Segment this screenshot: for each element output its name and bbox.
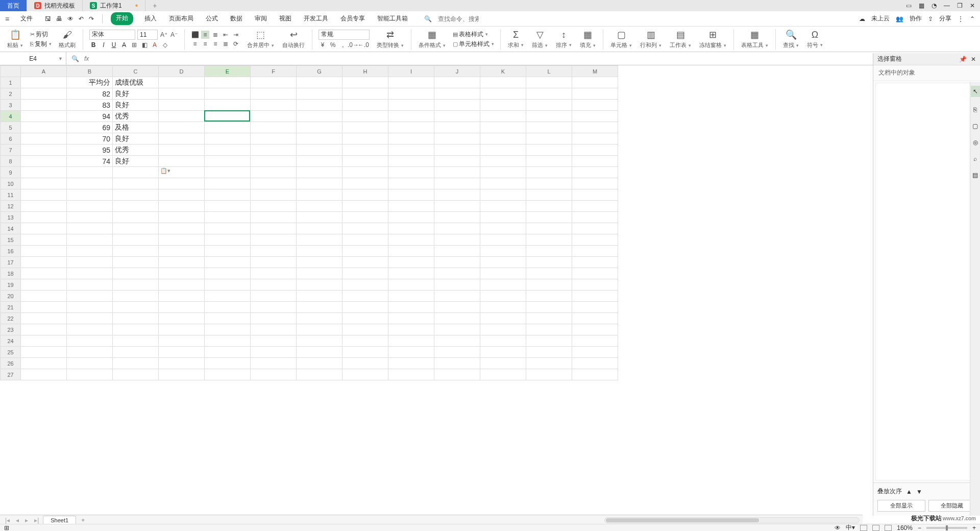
cell-C12[interactable] xyxy=(113,201,159,212)
cell-G6[interactable] xyxy=(297,133,342,144)
cell-L19[interactable] xyxy=(526,279,572,291)
cell-L2[interactable] xyxy=(526,88,572,100)
cell-A21[interactable] xyxy=(21,302,67,313)
cell-D21[interactable] xyxy=(159,302,205,313)
tab-document[interactable]: S 工作簿1 • xyxy=(83,0,145,11)
cell-G18[interactable] xyxy=(297,268,342,279)
view-page-button[interactable] xyxy=(872,525,879,531)
cell-A11[interactable] xyxy=(21,189,67,201)
cell-L16[interactable] xyxy=(526,246,572,257)
cell-F22[interactable] xyxy=(251,313,297,324)
cell-K10[interactable] xyxy=(480,178,526,189)
cell-F15[interactable] xyxy=(251,234,297,246)
undo-icon[interactable]: ↶ xyxy=(79,15,84,22)
cell-C27[interactable] xyxy=(113,369,159,380)
cell-E7[interactable] xyxy=(205,144,251,156)
cell-C22[interactable] xyxy=(113,313,159,324)
cell-M26[interactable] xyxy=(572,358,618,369)
cell-J8[interactable] xyxy=(434,156,480,167)
cell-K25[interactable] xyxy=(480,347,526,358)
cell-B13[interactable] xyxy=(67,212,113,223)
pane-close-icon[interactable]: ✕ xyxy=(971,56,976,63)
tab-view[interactable]: 视图 xyxy=(278,12,292,25)
status-icon[interactable]: ⊞ xyxy=(4,524,9,532)
cell-F19[interactable] xyxy=(251,279,297,291)
move-up-icon[interactable]: ▲ xyxy=(906,488,912,495)
tab-add[interactable]: + xyxy=(145,0,164,11)
cell-E4[interactable] xyxy=(205,111,251,122)
cell-C14[interactable] xyxy=(113,223,159,234)
cell-M27[interactable] xyxy=(572,369,618,380)
cell-M13[interactable] xyxy=(572,212,618,223)
maximize-button[interactable]: ❐ xyxy=(957,2,963,9)
tab-insert[interactable]: 插入 xyxy=(143,12,158,25)
cell-C11[interactable] xyxy=(113,189,159,201)
cell-H5[interactable] xyxy=(342,122,388,133)
column-header-E[interactable]: E xyxy=(205,66,251,77)
align-justify-icon[interactable]: ≣ xyxy=(222,40,230,48)
cell-M11[interactable] xyxy=(572,189,618,201)
row-header-23[interactable]: 23 xyxy=(1,324,21,335)
cell-E24[interactable] xyxy=(205,335,251,347)
cell-D26[interactable] xyxy=(159,358,205,369)
align-bottom-icon[interactable]: ≣ xyxy=(211,31,219,39)
cell-H24[interactable] xyxy=(342,335,388,347)
row-header-18[interactable]: 18 xyxy=(1,268,21,279)
cell-H25[interactable] xyxy=(342,347,388,358)
cell-A18[interactable] xyxy=(21,268,67,279)
search-input[interactable] xyxy=(438,15,479,22)
cell-J17[interactable] xyxy=(434,257,480,268)
cell-M2[interactable] xyxy=(572,88,618,100)
tool-icon-4[interactable]: ⌕ xyxy=(973,155,977,162)
cell-F9[interactable] xyxy=(251,167,297,178)
cell-M6[interactable] xyxy=(572,133,618,144)
cell-J24[interactable] xyxy=(434,335,480,347)
cell-M24[interactable] xyxy=(572,335,618,347)
align-center-icon[interactable]: ≡ xyxy=(201,40,209,48)
row-header-27[interactable]: 27 xyxy=(1,369,21,380)
dec-inc-icon[interactable]: .0→ xyxy=(349,41,357,49)
type-convert-button[interactable]: ⇄类型转换 xyxy=(374,29,407,49)
cell-G24[interactable] xyxy=(297,335,342,347)
cell-E20[interactable] xyxy=(205,291,251,302)
cell-A25[interactable] xyxy=(21,347,67,358)
column-header-F[interactable]: F xyxy=(251,66,297,77)
cell-H22[interactable] xyxy=(342,313,388,324)
print-icon[interactable]: 🖶 xyxy=(56,15,62,22)
cell-J10[interactable] xyxy=(434,178,480,189)
cell-J7[interactable] xyxy=(434,144,480,156)
cell-K18[interactable] xyxy=(480,268,526,279)
cell-I18[interactable] xyxy=(388,268,434,279)
cell-D4[interactable] xyxy=(159,111,205,122)
cell-J2[interactable] xyxy=(434,88,480,100)
cell-A10[interactable] xyxy=(21,178,67,189)
cell-M15[interactable] xyxy=(572,234,618,246)
cell-K27[interactable] xyxy=(480,369,526,380)
cell-B21[interactable] xyxy=(67,302,113,313)
filter-button[interactable]: ▽筛选 xyxy=(529,29,551,49)
cell-D7[interactable] xyxy=(159,144,205,156)
more-icon[interactable]: ⋮ xyxy=(958,15,964,22)
cell-L9[interactable] xyxy=(526,167,572,178)
find-button[interactable]: 🔍查找 xyxy=(780,29,802,49)
collapse-icon[interactable]: ⌃ xyxy=(970,15,975,22)
cell-H17[interactable] xyxy=(342,257,388,268)
cell-A8[interactable] xyxy=(21,156,67,167)
row-header-16[interactable]: 16 xyxy=(1,246,21,257)
cell-K22[interactable] xyxy=(480,313,526,324)
cell-G1[interactable] xyxy=(297,77,342,88)
cell-B20[interactable] xyxy=(67,291,113,302)
cell-F6[interactable] xyxy=(251,133,297,144)
paste-button[interactable]: 📋粘贴 xyxy=(4,29,26,49)
cell-J27[interactable] xyxy=(434,369,480,380)
cell-I3[interactable] xyxy=(388,100,434,111)
cell-C20[interactable] xyxy=(113,291,159,302)
cell-L17[interactable] xyxy=(526,257,572,268)
cell-I19[interactable] xyxy=(388,279,434,291)
zoom-out-button[interactable]: − xyxy=(918,524,921,532)
sheet-nav-next[interactable]: ▸ xyxy=(23,517,30,524)
column-header-B[interactable]: B xyxy=(67,66,113,77)
cell-L21[interactable] xyxy=(526,302,572,313)
cell-K6[interactable] xyxy=(480,133,526,144)
orientation-icon[interactable]: ⟳ xyxy=(232,40,240,48)
